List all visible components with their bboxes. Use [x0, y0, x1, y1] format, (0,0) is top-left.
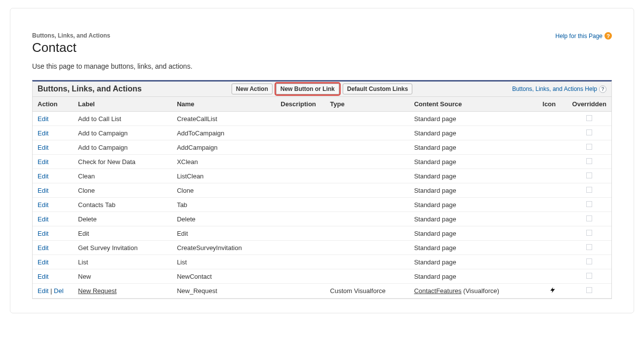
cell-name: New_Request: [172, 284, 276, 298]
content-source-link[interactable]: ContactFeatures: [414, 287, 461, 295]
edit-link[interactable]: Edit: [38, 287, 48, 295]
cell-type: [325, 126, 409, 140]
cell-type: [325, 112, 409, 126]
overridden-checkbox: [586, 172, 592, 178]
cell-icon: [538, 255, 567, 269]
cell-description: [276, 255, 325, 269]
edit-link[interactable]: Edit: [38, 158, 48, 166]
cell-icon: [538, 212, 567, 226]
panel-header: Buttons, Links, and Actions New Action N…: [33, 82, 611, 97]
edit-link[interactable]: Edit: [38, 258, 48, 266]
cell-action: Edit: [33, 112, 73, 126]
default-custom-links-button[interactable]: Default Custom Links: [343, 84, 412, 94]
cell-description: [276, 212, 325, 226]
page-intro-text: Use this page to manage buttons, links, …: [32, 62, 612, 70]
cell-overridden: [567, 126, 611, 140]
panel-help-link[interactable]: Buttons, Links, and Actions Help ?: [512, 85, 606, 93]
cell-type: [325, 226, 409, 241]
cell-label: Clone: [73, 183, 172, 198]
overridden-checkbox: [586, 215, 592, 221]
cell-type: [325, 212, 409, 226]
cell-description: [276, 155, 325, 169]
cell-overridden: [567, 255, 611, 269]
edit-link[interactable]: Edit: [38, 129, 48, 137]
cell-icon: [538, 269, 567, 284]
overridden-checkbox: [586, 273, 592, 279]
cell-overridden: [567, 112, 611, 126]
col-header-type: Type: [325, 97, 409, 112]
overridden-checkbox: [586, 201, 592, 207]
cell-content-source: Standard page: [409, 198, 537, 212]
cell-name: Delete: [172, 212, 276, 226]
table-row: EditListListStandard page: [33, 255, 611, 269]
overridden-checkbox: [586, 258, 592, 264]
edit-link[interactable]: Edit: [38, 215, 48, 223]
help-for-this-page-label: Help for this Page: [556, 33, 603, 40]
cell-content-source: Standard page: [409, 126, 537, 140]
cell-description: [276, 112, 325, 126]
new-action-button[interactable]: New Action: [232, 84, 273, 94]
cell-type: [325, 140, 409, 155]
table-row: EditCleanListCleanStandard page: [33, 169, 611, 183]
cell-name: XClean: [172, 155, 276, 169]
cell-action: Edit: [33, 226, 73, 241]
cell-icon: [538, 155, 567, 169]
edit-link[interactable]: Edit: [38, 187, 48, 194]
cell-content-source: Standard page: [409, 269, 537, 284]
table-row: EditAdd to CampaignAddCampaignStandard p…: [33, 140, 611, 155]
cell-label: Get Survey Invitation: [73, 241, 172, 255]
cell-overridden: [567, 169, 611, 183]
edit-link[interactable]: Edit: [38, 172, 48, 180]
cell-action: Edit: [33, 155, 73, 169]
table-row: EditAdd to CampaignAddToCampaignStandard…: [33, 126, 611, 140]
cell-icon: [538, 226, 567, 241]
action-separator: |: [48, 287, 54, 295]
help-for-this-page-link[interactable]: Help for this Page ?: [556, 32, 612, 40]
edit-link[interactable]: Edit: [38, 230, 48, 237]
label-link[interactable]: New Request: [78, 287, 117, 295]
cell-type: [325, 255, 409, 269]
cell-overridden: [567, 269, 611, 284]
panel-button-group: New Action New Button or Link Default Cu…: [232, 82, 412, 96]
cell-name: CreateSurveyInvitation: [172, 241, 276, 255]
overridden-checkbox: [586, 115, 592, 121]
cell-label: Delete: [73, 212, 172, 226]
cell-name: Edit: [172, 226, 276, 241]
cell-overridden: [567, 140, 611, 155]
cell-type: [325, 269, 409, 284]
cell-content-source: Standard page: [409, 169, 537, 183]
table-row: EditDeleteDeleteStandard page: [33, 212, 611, 226]
edit-link[interactable]: Edit: [38, 115, 48, 123]
cell-content-source: Standard page: [409, 212, 537, 226]
cell-name: AddCampaign: [172, 140, 276, 155]
cell-description: [276, 183, 325, 198]
page-header: Buttons, Links, and Actions Contact Help…: [32, 32, 612, 62]
cell-content-source: Standard page: [409, 255, 537, 269]
table-header: Action Label Name Description Type Conte…: [33, 97, 611, 112]
edit-link[interactable]: Edit: [38, 244, 48, 252]
edit-link[interactable]: Edit: [38, 144, 48, 151]
cell-action: Edit: [33, 126, 73, 140]
new-button-or-link-button[interactable]: New Button or Link: [276, 84, 339, 94]
cell-action: Edit: [33, 169, 73, 183]
col-header-name: Name: [172, 97, 276, 112]
col-header-action: Action: [33, 97, 73, 112]
page-title: Contact: [32, 40, 110, 55]
cell-label: New Request: [73, 284, 172, 298]
edit-link[interactable]: Edit: [38, 201, 48, 209]
edit-link[interactable]: Edit: [38, 273, 48, 280]
cell-type: [325, 155, 409, 169]
page-header-left: Buttons, Links, and Actions Contact: [32, 32, 110, 62]
cell-description: [276, 284, 325, 298]
delete-link[interactable]: Del: [54, 287, 64, 295]
cell-overridden: [567, 284, 611, 298]
cell-action: Edit: [33, 183, 73, 198]
cell-name: NewContact: [172, 269, 276, 284]
actions-table: Action Label Name Description Type Conte…: [33, 97, 611, 298]
cell-icon: [538, 112, 567, 126]
cell-label: Contacts Tab: [73, 198, 172, 212]
table-row: Edit | DelNew RequestNew_RequestCustom V…: [33, 284, 611, 298]
cell-content-source: Standard page: [409, 241, 537, 255]
cell-description: [276, 241, 325, 255]
cell-name: ListClean: [172, 169, 276, 183]
